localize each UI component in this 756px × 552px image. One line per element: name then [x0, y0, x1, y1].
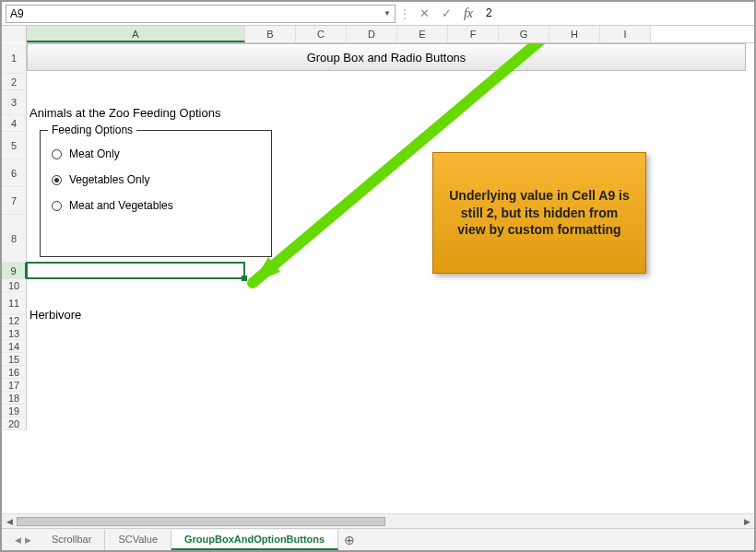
row-header-15[interactable]: 15 [2, 353, 27, 366]
col-header-D[interactable]: D [347, 26, 397, 42]
row-header-8[interactable]: 8 [2, 215, 27, 263]
radio-icon [52, 175, 62, 185]
name-box[interactable]: A9 ▼ [6, 5, 396, 23]
nav-right-icon[interactable]: ▶ [25, 535, 31, 545]
col-header-C[interactable]: C [296, 26, 347, 42]
name-box-dropdown-icon[interactable]: ▼ [384, 9, 391, 18]
col-header-B[interactable]: B [245, 26, 296, 42]
new-sheet-button[interactable]: ⊕ [338, 533, 360, 547]
sheet-tab-groupboxandoptionbuttons[interactable]: GroupBoxAndOptionButtons [171, 530, 338, 550]
section-heading: Animals at the Zoo Feeding Options [30, 106, 220, 120]
cancel-icon[interactable]: ✕ [414, 6, 434, 22]
sheet-tab-scrollbar[interactable]: Scrollbar [39, 530, 105, 550]
sheet-tabs: ◀ ▶ ScrollbarSCValueGroupBoxAndOptionBut… [2, 528, 754, 550]
formula-bar: A9 ▼ ⋮ ✕ ✓ fx 2 [2, 2, 754, 26]
radio-icon [52, 149, 62, 159]
row-header-5[interactable]: 5 [2, 132, 27, 159]
fx-icon[interactable]: fx [458, 6, 478, 22]
fill-handle[interactable] [242, 276, 247, 281]
radio-option-0[interactable]: Meat Only [52, 147, 260, 160]
row-header-7[interactable]: 7 [2, 187, 27, 215]
radio-label: Vegetables Only [69, 173, 149, 186]
col-header-A[interactable]: A [27, 26, 245, 42]
row-header-2[interactable]: 2 [2, 74, 27, 90]
radio-label: Meat and Vegetables [69, 199, 173, 212]
row-header-19[interactable]: 19 [2, 405, 27, 417]
scroll-track[interactable] [17, 516, 739, 527]
col-header-F[interactable]: F [448, 26, 499, 42]
scroll-thumb[interactable] [17, 517, 385, 526]
row-header-14[interactable]: 14 [2, 340, 27, 353]
row-header-13[interactable]: 13 [2, 327, 27, 340]
row-header-9[interactable]: 9 [2, 263, 27, 279]
scroll-left-icon[interactable]: ◀ [2, 517, 17, 526]
spreadsheet-grid: ABCDEFGHI 123456789101112131415161718192… [2, 26, 754, 430]
select-all-corner[interactable] [2, 26, 27, 42]
horizontal-scrollbar[interactable]: ◀ ▶ [2, 513, 754, 528]
title-band-text: Group Box and Radio Buttons [307, 51, 467, 65]
radio-icon [52, 201, 62, 211]
group-box-label: Feeding Options [48, 123, 136, 136]
title-band: Group Box and Radio Buttons [27, 43, 746, 71]
separator: ⋮ [397, 7, 412, 20]
callout-text: Underlying value in Cell A9 is still 2, … [446, 187, 632, 240]
col-header-G[interactable]: G [499, 26, 549, 42]
group-box-feeding-options: Feeding Options Meat OnlyVegetables Only… [40, 130, 272, 257]
row-header-16[interactable]: 16 [2, 366, 27, 379]
row-header-4[interactable]: 4 [2, 115, 27, 132]
name-box-value: A9 [10, 7, 24, 20]
row-header-12[interactable]: 12 [2, 314, 27, 327]
annotation-callout: Underlying value in Cell A9 is still 2, … [432, 152, 646, 274]
row-header-1[interactable]: 1 [2, 43, 27, 74]
row-header-6[interactable]: 6 [2, 159, 27, 187]
svg-marker-1 [253, 257, 280, 283]
radio-option-1[interactable]: Vegetables Only [52, 173, 260, 186]
row-headers: 1234567891011121314151617181920 [2, 43, 27, 430]
row-header-3[interactable]: 3 [2, 90, 27, 115]
nav-left-icon[interactable]: ◀ [15, 535, 21, 545]
excel-window: A9 ▼ ⋮ ✕ ✓ fx 2 ABCDEFGHI 12345678910111… [0, 0, 756, 552]
col-header-H[interactable]: H [549, 26, 600, 42]
col-header-I[interactable]: I [600, 26, 651, 42]
tab-nav[interactable]: ◀ ▶ [7, 535, 39, 545]
selection-rectangle [26, 262, 245, 279]
formula-value[interactable]: 2 [480, 5, 750, 23]
radio-label: Meat Only [69, 147, 120, 160]
row-header-18[interactable]: 18 [2, 392, 27, 405]
enter-icon[interactable]: ✓ [436, 6, 456, 22]
cells-area[interactable]: Group Box and Radio Buttons Animals at t… [27, 43, 754, 430]
radio-option-2[interactable]: Meat and Vegetables [52, 199, 260, 212]
col-header-E[interactable]: E [397, 26, 448, 42]
row-header-20[interactable]: 20 [2, 417, 27, 430]
row-header-17[interactable]: 17 [2, 379, 27, 392]
row-header-10[interactable]: 10 [2, 279, 27, 292]
scroll-right-icon[interactable]: ▶ [739, 517, 754, 526]
result-cell-a11: Herbivore [30, 308, 81, 322]
row-header-11[interactable]: 11 [2, 292, 27, 314]
column-headers: ABCDEFGHI [27, 26, 754, 43]
sheet-tab-scvalue[interactable]: SCValue [105, 530, 171, 550]
